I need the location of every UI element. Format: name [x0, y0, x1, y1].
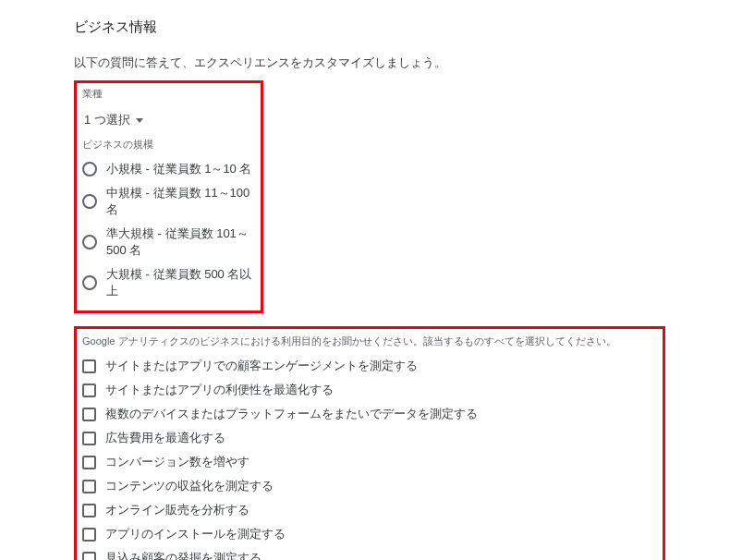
industry-size-highlight: 業種 1 つ選択 ビジネスの規模 小規模 - 従業員数 1～10 名 中規模 -… — [74, 80, 263, 313]
usage-option-label: コンテンツの収益化を測定する — [105, 478, 274, 494]
size-option-label: 大規模 - 従業員数 500 名以上 — [106, 266, 255, 299]
checkbox-icon — [82, 359, 96, 373]
checkbox-icon — [82, 432, 96, 445]
industry-dropdown-text: 1 つ選択 — [84, 112, 130, 128]
usage-option-label: 見込み顧客の発掘を測定する — [105, 550, 262, 560]
checkbox-icon — [82, 383, 96, 397]
usage-option-cross-device[interactable]: 複数のデバイスまたはプラットフォームをまたいでデータを測定する — [82, 402, 655, 426]
usage-option-label: サイトまたはアプリでの顧客エンゲージメントを測定する — [105, 358, 418, 374]
usage-option-label: コンバージョン数を増やす — [105, 454, 249, 470]
size-label: ビジネスの規模 — [82, 138, 255, 152]
usage-option-monetization[interactable]: コンテンツの収益化を測定する — [82, 474, 655, 498]
chevron-down-icon — [136, 118, 143, 123]
radio-icon — [82, 275, 97, 290]
checkbox-icon — [82, 528, 96, 542]
checkbox-icon — [82, 408, 96, 421]
size-option-large[interactable]: 準大規模 - 従業員数 101～500 名 — [82, 222, 255, 262]
checkbox-icon — [82, 504, 96, 517]
usage-option-ad-spend[interactable]: 広告費用を最適化する — [82, 426, 655, 450]
checkbox-icon — [82, 456, 96, 469]
usage-option-label: 広告費用を最適化する — [105, 430, 225, 446]
intro-text: 以下の質問に答えて、エクスペリエンスをカスタマイズしましょう。 — [74, 55, 656, 71]
usage-option-label: 複数のデバイスまたはプラットフォームをまたいでデータを測定する — [105, 406, 478, 422]
size-option-small[interactable]: 小規模 - 従業員数 1～10 名 — [82, 157, 255, 181]
industry-label: 業種 — [82, 87, 255, 101]
usage-option-label: アプリのインストールを測定する — [105, 526, 286, 542]
usage-option-ecommerce[interactable]: オンライン販売を分析する — [82, 498, 655, 522]
usage-option-app-installs[interactable]: アプリのインストールを測定する — [82, 522, 655, 546]
section-title: ビジネス情報 — [74, 18, 656, 36]
radio-icon — [82, 162, 97, 177]
usage-option-label: オンライン販売を分析する — [105, 502, 249, 518]
radio-icon — [82, 194, 97, 209]
usage-label: Google アナリティクスのビジネスにおける利用目的をお聞かせください。該当す… — [82, 335, 655, 348]
size-option-xlarge[interactable]: 大規模 - 従業員数 500 名以上 — [82, 262, 255, 303]
usage-option-conversions[interactable]: コンバージョン数を増やす — [82, 450, 655, 474]
usage-option-label: サイトまたはアプリの利便性を最適化する — [105, 382, 334, 398]
usage-highlight: Google アナリティクスのビジネスにおける利用目的をお聞かせください。該当す… — [74, 326, 665, 560]
usage-option-usability[interactable]: サイトまたはアプリの利便性を最適化する — [82, 378, 655, 402]
size-option-label: 中規模 - 従業員数 11～100 名 — [106, 185, 255, 218]
usage-option-engagement[interactable]: サイトまたはアプリでの顧客エンゲージメントを測定する — [82, 354, 655, 378]
radio-icon — [82, 235, 97, 250]
checkbox-icon — [82, 480, 96, 493]
size-option-medium[interactable]: 中規模 - 従業員数 11～100 名 — [82, 181, 255, 222]
size-option-label: 小規模 - 従業員数 1～10 名 — [106, 161, 251, 177]
usage-option-leads[interactable]: 見込み顧客の発掘を測定する — [82, 546, 655, 560]
checkbox-icon — [82, 552, 96, 561]
size-option-label: 準大規模 - 従業員数 101～500 名 — [106, 225, 255, 259]
industry-dropdown[interactable]: 1 つ選択 — [82, 106, 255, 138]
